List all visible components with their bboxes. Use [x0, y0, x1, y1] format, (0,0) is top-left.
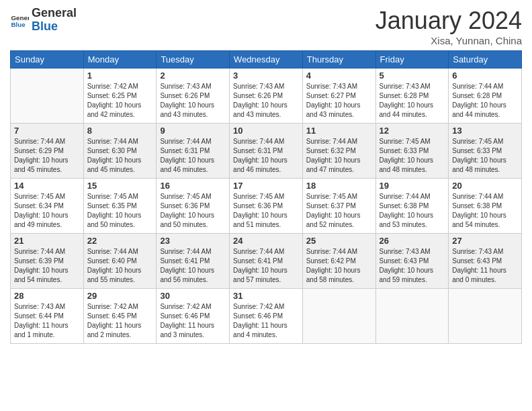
day-number: 13	[452, 126, 518, 136]
day-number: 21	[14, 236, 80, 246]
day-info: Sunrise: 7:43 AMSunset: 6:26 PMDaylight:…	[233, 82, 299, 120]
logo-general: General	[32, 7, 77, 20]
logo-blue: Blue	[32, 20, 77, 34]
day-number: 10	[233, 126, 299, 136]
day-info: Sunrise: 7:45 AMSunset: 6:37 PMDaylight:…	[306, 192, 372, 230]
day-number: 27	[452, 236, 518, 246]
calendar-day-cell: 2Sunrise: 7:43 AMSunset: 6:26 PMDaylight…	[157, 68, 230, 124]
calendar-day-cell	[302, 289, 375, 344]
header-monday: Monday	[83, 51, 157, 68]
calendar-day-cell: 24Sunrise: 7:44 AMSunset: 6:41 PMDayligh…	[230, 234, 303, 289]
day-info: Sunrise: 7:42 AMSunset: 6:46 PMDaylight:…	[160, 302, 226, 340]
calendar-day-cell: 15Sunrise: 7:45 AMSunset: 6:35 PMDayligh…	[83, 179, 157, 234]
calendar-day-cell: 31Sunrise: 7:42 AMSunset: 6:46 PMDayligh…	[230, 289, 303, 344]
day-number: 15	[87, 181, 153, 191]
calendar-day-cell: 27Sunrise: 7:43 AMSunset: 6:43 PMDayligh…	[449, 234, 522, 289]
day-info: Sunrise: 7:44 AMSunset: 6:42 PMDaylight:…	[306, 247, 372, 285]
day-number: 2	[160, 71, 226, 81]
header-thursday: Thursday	[302, 51, 375, 68]
calendar-day-cell: 22Sunrise: 7:44 AMSunset: 6:40 PMDayligh…	[83, 234, 157, 289]
day-number: 28	[14, 291, 80, 301]
day-number: 29	[87, 291, 153, 301]
calendar-day-cell: 16Sunrise: 7:45 AMSunset: 6:36 PMDayligh…	[157, 179, 230, 234]
logo-icon: General Blue	[10, 11, 29, 30]
day-info: Sunrise: 7:43 AMSunset: 6:44 PMDaylight:…	[14, 302, 80, 340]
calendar-day-cell: 20Sunrise: 7:44 AMSunset: 6:38 PMDayligh…	[449, 179, 522, 234]
page-header: General Blue General Blue January 2024 X…	[10, 7, 522, 46]
header-sunday: Sunday	[11, 51, 84, 68]
calendar-day-cell: 14Sunrise: 7:45 AMSunset: 6:34 PMDayligh…	[11, 179, 84, 234]
day-info: Sunrise: 7:44 AMSunset: 6:38 PMDaylight:…	[380, 192, 445, 230]
calendar-day-cell: 26Sunrise: 7:43 AMSunset: 6:43 PMDayligh…	[375, 234, 449, 289]
day-info: Sunrise: 7:44 AMSunset: 6:39 PMDaylight:…	[14, 247, 80, 285]
header-wednesday: Wednesday	[230, 51, 303, 68]
day-number: 30	[160, 291, 226, 301]
calendar-day-cell: 30Sunrise: 7:42 AMSunset: 6:46 PMDayligh…	[157, 289, 230, 344]
day-info: Sunrise: 7:45 AMSunset: 6:33 PMDaylight:…	[380, 137, 445, 175]
calendar-day-cell: 7Sunrise: 7:44 AMSunset: 6:29 PMDaylight…	[11, 124, 84, 179]
calendar-day-cell: 1Sunrise: 7:42 AMSunset: 6:25 PMDaylight…	[83, 68, 157, 124]
calendar-day-cell: 3Sunrise: 7:43 AMSunset: 6:26 PMDaylight…	[230, 68, 303, 124]
month-title: January 2024	[375, 7, 522, 35]
day-info: Sunrise: 7:42 AMSunset: 6:25 PMDaylight:…	[87, 82, 153, 120]
day-number: 6	[452, 71, 518, 81]
day-info: Sunrise: 7:43 AMSunset: 6:28 PMDaylight:…	[380, 82, 445, 120]
calendar-day-cell: 5Sunrise: 7:43 AMSunset: 6:28 PMDaylight…	[375, 68, 449, 124]
day-info: Sunrise: 7:44 AMSunset: 6:30 PMDaylight:…	[87, 137, 153, 175]
day-number: 1	[87, 71, 153, 81]
calendar-day-cell: 9Sunrise: 7:44 AMSunset: 6:31 PMDaylight…	[157, 124, 230, 179]
calendar-week-row: 28Sunrise: 7:43 AMSunset: 6:44 PMDayligh…	[11, 289, 522, 344]
header-tuesday: Tuesday	[157, 51, 230, 68]
calendar-day-cell: 25Sunrise: 7:44 AMSunset: 6:42 PMDayligh…	[302, 234, 375, 289]
calendar-day-cell	[449, 289, 522, 344]
day-number: 18	[306, 181, 372, 191]
day-info: Sunrise: 7:43 AMSunset: 6:43 PMDaylight:…	[452, 247, 518, 285]
day-number: 8	[87, 126, 153, 136]
calendar-day-cell: 28Sunrise: 7:43 AMSunset: 6:44 PMDayligh…	[11, 289, 84, 344]
day-number: 11	[306, 126, 372, 136]
calendar-week-row: 7Sunrise: 7:44 AMSunset: 6:29 PMDaylight…	[11, 124, 522, 179]
calendar-day-cell	[375, 289, 449, 344]
logo: General Blue General Blue	[10, 7, 77, 34]
title-section: January 2024 Xisa, Yunnan, China	[375, 7, 522, 46]
calendar-day-cell: 13Sunrise: 7:45 AMSunset: 6:33 PMDayligh…	[449, 124, 522, 179]
day-number: 22	[87, 236, 153, 246]
day-number: 12	[380, 126, 445, 136]
calendar-week-row: 21Sunrise: 7:44 AMSunset: 6:39 PMDayligh…	[11, 234, 522, 289]
day-info: Sunrise: 7:44 AMSunset: 6:31 PMDaylight:…	[233, 137, 299, 175]
day-number: 24	[233, 236, 299, 246]
day-info: Sunrise: 7:43 AMSunset: 6:27 PMDaylight:…	[306, 82, 372, 120]
day-number: 9	[160, 126, 226, 136]
day-info: Sunrise: 7:44 AMSunset: 6:31 PMDaylight:…	[160, 137, 226, 175]
day-info: Sunrise: 7:45 AMSunset: 6:33 PMDaylight:…	[452, 137, 518, 175]
day-number: 3	[233, 71, 299, 81]
day-info: Sunrise: 7:44 AMSunset: 6:38 PMDaylight:…	[452, 192, 518, 230]
day-number: 17	[233, 181, 299, 191]
day-number: 19	[380, 181, 445, 191]
calendar-day-cell: 4Sunrise: 7:43 AMSunset: 6:27 PMDaylight…	[302, 68, 375, 124]
day-info: Sunrise: 7:45 AMSunset: 6:36 PMDaylight:…	[160, 192, 226, 230]
day-number: 31	[233, 291, 299, 301]
day-info: Sunrise: 7:44 AMSunset: 6:28 PMDaylight:…	[452, 82, 518, 120]
calendar-day-cell: 23Sunrise: 7:44 AMSunset: 6:41 PMDayligh…	[157, 234, 230, 289]
day-info: Sunrise: 7:44 AMSunset: 6:40 PMDaylight:…	[87, 247, 153, 285]
svg-text:Blue: Blue	[11, 21, 26, 28]
day-info: Sunrise: 7:45 AMSunset: 6:36 PMDaylight:…	[233, 192, 299, 230]
location-title: Xisa, Yunnan, China	[375, 35, 522, 46]
weekday-header-row: Sunday Monday Tuesday Wednesday Thursday…	[11, 51, 522, 68]
calendar-day-cell: 11Sunrise: 7:44 AMSunset: 6:32 PMDayligh…	[302, 124, 375, 179]
day-info: Sunrise: 7:44 AMSunset: 6:32 PMDaylight:…	[306, 137, 372, 175]
day-info: Sunrise: 7:44 AMSunset: 6:29 PMDaylight:…	[14, 137, 80, 175]
calendar-day-cell: 10Sunrise: 7:44 AMSunset: 6:31 PMDayligh…	[230, 124, 303, 179]
day-number: 23	[160, 236, 226, 246]
calendar-day-cell: 21Sunrise: 7:44 AMSunset: 6:39 PMDayligh…	[11, 234, 84, 289]
calendar-day-cell	[11, 68, 84, 124]
calendar-table: Sunday Monday Tuesday Wednesday Thursday…	[10, 50, 522, 344]
calendar-week-row: 1Sunrise: 7:42 AMSunset: 6:25 PMDaylight…	[11, 68, 522, 124]
day-number: 26	[380, 236, 445, 246]
day-info: Sunrise: 7:45 AMSunset: 6:34 PMDaylight:…	[14, 192, 80, 230]
day-number: 25	[306, 236, 372, 246]
calendar-day-cell: 12Sunrise: 7:45 AMSunset: 6:33 PMDayligh…	[375, 124, 449, 179]
day-info: Sunrise: 7:42 AMSunset: 6:45 PMDaylight:…	[87, 302, 153, 340]
calendar-day-cell: 29Sunrise: 7:42 AMSunset: 6:45 PMDayligh…	[83, 289, 157, 344]
